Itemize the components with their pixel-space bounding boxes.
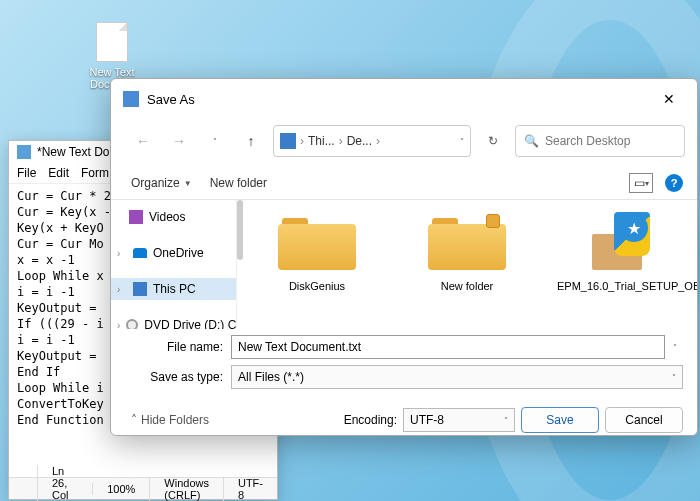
notepad-title: *New Text Doc [37,145,115,159]
search-input[interactable]: 🔍 Search Desktop [515,125,685,157]
search-placeholder: Search Desktop [545,134,630,148]
recent-button[interactable]: ˅ [201,127,229,155]
action-row: ˄ Hide Folders Encoding: UTF-8˅ Save Can… [111,403,697,435]
save-as-dialog: Save As ✕ ← → ˅ ↑ › Thi... › De... › ˅ ↻… [110,78,698,436]
notepad-icon [17,145,31,159]
forward-button: → [165,127,193,155]
chevron-icon[interactable]: › [117,284,127,295]
filename-input[interactable] [231,335,665,359]
nav-row: ← → ˅ ↑ › Thi... › De... › ˅ ↻ 🔍 Search … [111,119,697,167]
status-position: Ln 26, Col 13 [37,465,92,502]
dvd-icon [126,319,138,329]
text-file-icon [96,22,128,62]
menu-file[interactable]: File [17,166,36,180]
file-label: DiskGenius [257,280,377,292]
new-folder-button[interactable]: New folder [210,176,267,190]
dialog-title: Save As [147,92,195,107]
lock-icon [486,214,500,228]
chevron-icon[interactable]: › [117,320,120,330]
help-button[interactable]: ? [665,174,683,192]
videos-icon [129,210,143,224]
close-button[interactable]: ✕ [653,87,685,111]
tree-videos[interactable]: Videos [111,206,236,228]
save-icon [123,91,139,107]
dialog-titlebar[interactable]: Save As ✕ [111,79,697,119]
status-encoding: UTF-8 [223,477,277,501]
file-label: New folder [407,280,527,292]
filetype-select[interactable]: All Files (*.*)˅ [231,365,683,389]
search-icon: 🔍 [524,134,539,148]
back-button[interactable]: ← [129,127,157,155]
file-item-installer[interactable]: ★ EPM_16.0_Trial_SETUP_OB_B11.ex [557,212,677,292]
file-pane[interactable]: DiskGenius New folder ★ EPM_16.0_Trial_S… [237,200,697,329]
encoding-label: Encoding: [344,413,397,427]
onedrive-icon [133,248,147,258]
view-options-button[interactable]: ▭ ▾ [629,173,653,193]
crumb-desktop[interactable]: De... [347,134,372,148]
cancel-button[interactable]: Cancel [605,407,683,433]
scrollbar[interactable] [237,200,243,260]
chevron-up-icon: ˄ [131,413,137,427]
menu-format[interactable]: Form [81,166,109,180]
up-button[interactable]: ↑ [237,127,265,155]
crumb-thispc[interactable]: Thi... [308,134,335,148]
chevron-icon[interactable]: › [117,248,127,259]
status-eol: Windows (CRLF) [149,477,223,501]
pc-icon [280,133,296,149]
menu-edit[interactable]: Edit [48,166,69,180]
status-zoom: 100% [92,483,149,495]
tree-thispc[interactable]: ›This PC [111,278,236,300]
nav-tree: Videos ›OneDrive ›This PC ›DVD Drive (D:… [111,200,237,329]
organize-menu[interactable]: Organize ▼ [131,176,192,190]
notepad-statusbar: Ln 26, Col 13 100% Windows (CRLF) UTF-8 [9,477,277,499]
file-item-newfolder[interactable]: New folder [407,212,527,292]
form-area: File name: ˅ Save as type: All Files (*.… [111,329,697,403]
tree-dvd[interactable]: ›DVD Drive (D:) CO [111,314,236,329]
file-item-diskgenius[interactable]: DiskGenius [257,212,377,292]
folder-icon [278,212,356,270]
path-dropdown-icon[interactable]: ˅ [460,137,464,146]
file-label: EPM_16.0_Trial_SETUP_OB_B11.ex [557,280,677,292]
refresh-button[interactable]: ↻ [479,127,507,155]
encoding-select[interactable]: UTF-8˅ [403,408,515,432]
installer-icon: ★ [578,212,656,270]
filename-label: File name: [139,340,223,354]
filetype-label: Save as type: [139,370,223,384]
thispc-icon [133,282,147,296]
tree-onedrive[interactable]: ›OneDrive [111,242,236,264]
breadcrumb[interactable]: › Thi... › De... › ˅ [273,125,471,157]
chevron-down-icon: ▼ [184,179,192,188]
folder-icon [428,212,506,270]
hide-folders-toggle[interactable]: ˄ Hide Folders [131,413,209,427]
toolbar: Organize ▼ New folder ▭ ▾ ? [111,167,697,200]
save-button[interactable]: Save [521,407,599,433]
chevron-down-icon[interactable]: ˅ [673,343,683,352]
